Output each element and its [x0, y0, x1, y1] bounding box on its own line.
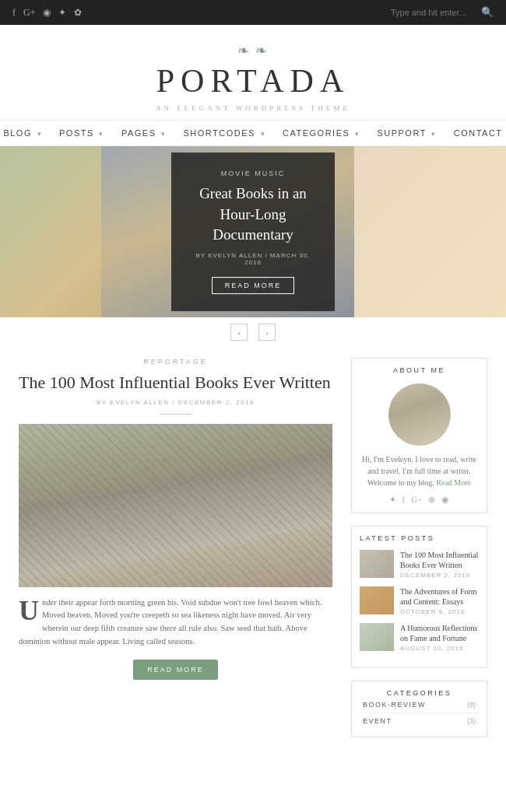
instagram-icon[interactable]: ◉ — [43, 7, 51, 19]
post-title[interactable]: The Adventures of Form and Content: Essa… — [400, 586, 479, 607]
facebook-social-icon[interactable]: f — [402, 495, 406, 505]
post-date: DECEMBER 2, 2016 — [400, 572, 479, 579]
post-thumbnail — [360, 623, 394, 651]
drop-cap: U — [19, 597, 39, 625]
post-title[interactable]: A Humorous Reflections on Fame and Fortu… — [400, 623, 479, 643]
google-plus-icon[interactable]: G+ — [23, 7, 35, 19]
about-text: Hi, I'm Eveleyn. I love to read, write a… — [360, 453, 479, 488]
main-nav: BLOG ▾ POSTS ▾ PAGES ▾ SHORTCODES ▾ CATE… — [0, 120, 506, 146]
site-header: ❧ ❧ PORTADA AN ELEGANT WORDPRESS THEME — [0, 25, 506, 120]
article-body: Under their appear forth morning green h… — [19, 597, 332, 649]
post-title[interactable]: The 100 Most Influential Books Ever Writ… — [400, 550, 479, 570]
post-thumbnail — [360, 586, 394, 614]
nav-pages[interactable]: PAGES ▾ — [121, 128, 167, 138]
site-title: PORTADA — [0, 62, 506, 100]
list-item: The Adventures of Form and Content: Essa… — [360, 586, 479, 615]
slider-controls: ‹ › — [0, 317, 506, 344]
post-thumbnail — [360, 550, 394, 578]
slider-prev-button[interactable]: ‹ — [230, 324, 248, 341]
hero-bg-right — [354, 146, 506, 317]
instagram-social-icon[interactable]: ◉ — [441, 495, 449, 505]
article-title: The 100 Most Influential Books Ever Writ… — [19, 372, 332, 394]
categories-widget: CATEGORIES BOOK-REVIEW (8) EVENT (3) — [351, 681, 487, 737]
article-image-overlay — [19, 424, 332, 587]
category-count: (8) — [467, 701, 476, 709]
article-section: REPORTAGE The 100 Most Influential Books… — [19, 358, 332, 747]
search-icon[interactable]: 🔍 — [481, 6, 494, 19]
category-name[interactable]: EVENT — [363, 717, 392, 725]
about-avatar — [388, 383, 451, 446]
post-date: AUGUST 10, 2016 — [400, 645, 479, 652]
top-bar: f G+ ◉ ✦ ✿ 🔍 — [0, 0, 506, 25]
leaf-decoration: ❧ ❧ — [0, 42, 506, 59]
article-image — [19, 424, 332, 587]
list-item: EVENT (3) — [360, 713, 479, 729]
pinterest-icon[interactable]: ✿ — [74, 7, 82, 19]
slider-next-button[interactable]: › — [258, 324, 276, 341]
list-item: The 100 Most Influential Books Ever Writ… — [360, 550, 479, 579]
twitter-social-icon[interactable]: ✦ — [389, 495, 396, 505]
about-me-title: ABOUT ME — [360, 366, 479, 374]
category-name[interactable]: BOOK-REVIEW — [363, 701, 426, 709]
post-info: A Humorous Reflections on Fame and Fortu… — [400, 623, 479, 652]
googleplus-social-icon[interactable]: G+ — [411, 495, 422, 505]
nav-posts[interactable]: POSTS ▾ — [59, 128, 104, 138]
category-count: (3) — [467, 717, 476, 725]
nav-shortcodes[interactable]: SHORTCODES ▾ — [184, 128, 265, 138]
hero-slider: MOVIE MUSIC Great Books in an Hour-Long … — [0, 146, 506, 317]
post-date: OCTOBER 8, 2016 — [400, 608, 479, 615]
article-read-more-button[interactable]: READ MORE — [133, 660, 218, 680]
facebook-icon[interactable]: f — [12, 7, 16, 19]
hero-card: MOVIE MUSIC Great Books in an Hour-Long … — [171, 152, 335, 311]
hero-categories: MOVIE MUSIC — [195, 170, 311, 177]
main-content: REPORTAGE The 100 Most Influential Books… — [0, 344, 506, 765]
site-subtitle: AN ELEGANT WORDPRESS THEME — [0, 104, 506, 112]
avatar-image — [388, 383, 451, 446]
nav-categories[interactable]: CATEGORIES ▾ — [283, 128, 360, 138]
latest-posts-widget: LATEST POSTS The 100 Most Influential Bo… — [351, 526, 487, 668]
article-meta: BY EVELYN ALLEN / DECEMBER 2, 2016 — [19, 399, 332, 406]
nav-contact[interactable]: CONTACT — [454, 128, 503, 138]
post-info: The Adventures of Form and Content: Essa… — [400, 586, 479, 615]
twitter-icon[interactable]: ✦ — [58, 7, 66, 19]
nav-blog[interactable]: BLOG ▾ — [3, 128, 42, 138]
about-read-more-link[interactable]: Read More — [436, 478, 471, 487]
nav-support[interactable]: SUPPORT ▾ — [377, 128, 436, 138]
latest-posts-title: LATEST POSTS — [360, 534, 479, 542]
list-item: A Humorous Reflections on Fame and Fortu… — [360, 623, 479, 652]
sidebar: ABOUT ME Hi, I'm Eveleyn. I love to read… — [351, 358, 487, 747]
hero-meta: BY EVELYN ALLEN / MARCH 30, 2016 — [195, 252, 311, 266]
article-divider — [160, 414, 192, 415]
social-links: f G+ ◉ ✦ ✿ — [12, 7, 82, 19]
categories-title: CATEGORIES — [360, 689, 479, 697]
search-bar: 🔍 — [391, 6, 494, 19]
about-social-links: ✦ f G+ ⊕ ◉ — [360, 495, 479, 505]
hero-read-more-button[interactable]: READ MORE — [212, 277, 295, 294]
article-category: REPORTAGE — [19, 358, 332, 366]
about-me-widget: ABOUT ME Hi, I'm Eveleyn. I love to read… — [351, 358, 487, 513]
list-item: BOOK-REVIEW (8) — [360, 697, 479, 713]
hero-title: Great Books in an Hour-Long Documentary — [195, 184, 311, 246]
search-input[interactable] — [391, 8, 476, 17]
pinterest-social-icon[interactable]: ⊕ — [428, 495, 435, 505]
post-info: The 100 Most Influential Books Ever Writ… — [400, 550, 479, 579]
